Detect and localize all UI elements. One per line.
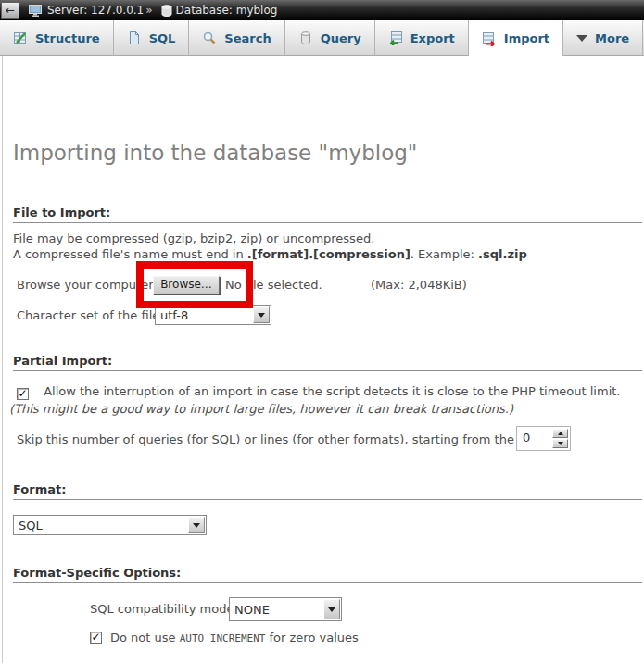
sql-compat-select[interactable]: NONE	[229, 597, 342, 621]
sql-compat-label: SQL compatibility mode:	[90, 602, 238, 616]
select-arrow-icon	[323, 599, 340, 619]
tab-sql[interactable]: SQL	[114, 20, 190, 56]
tab-more[interactable]: More	[563, 20, 643, 56]
tab-export[interactable]: Export	[375, 20, 469, 56]
back-button[interactable]: ←	[1, 2, 19, 19]
server-icon	[29, 5, 43, 17]
browse-button[interactable]: Browse…	[153, 276, 220, 294]
auto-increment-row: Do not use AUTO_INCREMENT for zero value…	[90, 631, 359, 644]
spinner-down-icon[interactable]	[552, 439, 568, 448]
export-icon	[388, 31, 403, 45]
database-icon	[161, 5, 172, 17]
main-content: Importing into the database "myblog" Fil…	[0, 56, 644, 663]
spinner-up-icon[interactable]	[552, 429, 568, 438]
tab-query[interactable]: Query	[285, 20, 375, 56]
section-heading-partial-import: Partial Import:	[13, 354, 642, 371]
search-icon	[202, 31, 217, 45]
max-size-text: (Max: 2,048KiB)	[371, 278, 467, 292]
select-arrow-icon	[188, 517, 205, 533]
skip-queries-input[interactable]: 0	[516, 426, 571, 451]
section-heading-format-specific: Format-Specific Options:	[13, 566, 642, 583]
chevron-down-icon	[576, 35, 587, 42]
charset-label: Character set of the file:	[17, 308, 164, 322]
allow-interruption-row: Allow the interruption of an import in c…	[9, 382, 628, 418]
breadcrumb-server[interactable]: Server: 127.0.0.1	[47, 4, 144, 17]
structure-icon	[13, 31, 28, 45]
tab-structure[interactable]: Structure	[0, 20, 114, 56]
format-select[interactable]: SQL	[13, 515, 207, 535]
no-file-text: No file selected.	[225, 278, 322, 292]
tab-search[interactable]: Search	[189, 20, 284, 56]
query-icon	[298, 31, 313, 45]
tab-import[interactable]: Import	[469, 20, 563, 56]
browse-label: Browse your computer:	[17, 278, 158, 292]
select-arrow-icon	[253, 306, 270, 323]
compression-note: File may be compressed (gzip, bzip2, zip…	[13, 231, 527, 262]
auto-increment-checkbox[interactable]	[90, 632, 102, 644]
breadcrumb-database[interactable]: Database: myblog	[176, 4, 278, 17]
section-heading-format: Format:	[13, 482, 642, 500]
breadcrumb: ← Server: 127.0.0.1 » Database: myblog	[0, 0, 644, 20]
breadcrumb-separator: »	[145, 4, 152, 17]
skip-queries-label: Skip this number of queries (for SQL) or…	[17, 432, 572, 446]
sql-icon	[127, 31, 142, 45]
page-title: Importing into the database "myblog"	[13, 141, 417, 165]
allow-interruption-checkbox[interactable]	[17, 388, 29, 400]
charset-select[interactable]: utf-8	[155, 305, 271, 325]
section-heading-file-to-import: File to Import:	[13, 206, 642, 223]
import-icon	[482, 31, 497, 46]
tab-bar: Structure SQL Search Query	[0, 20, 644, 56]
